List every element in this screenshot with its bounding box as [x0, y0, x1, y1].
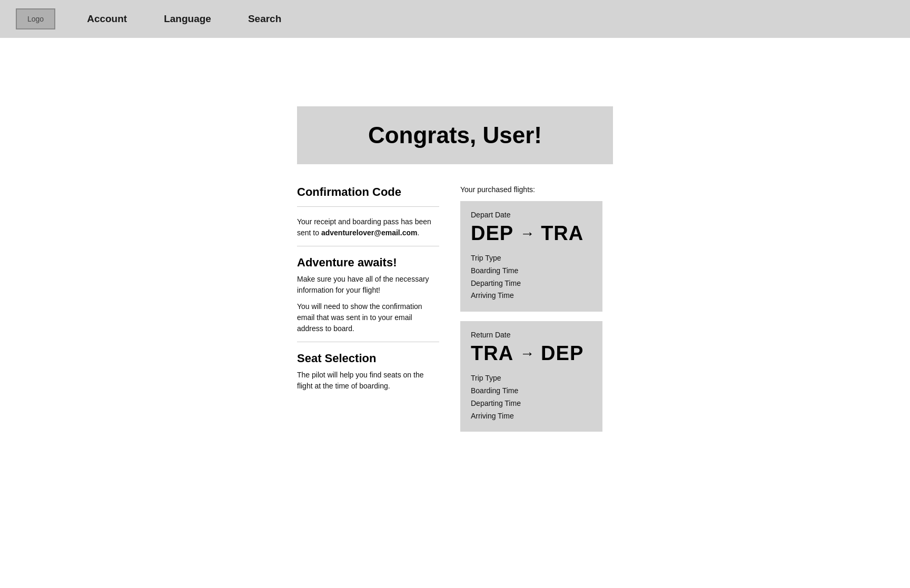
logo[interactable]: Logo [16, 8, 55, 29]
purchased-label: Your purchased flights: [460, 185, 602, 194]
depart-dep-code: DEP [471, 222, 513, 245]
depart-arr-code: TRA [541, 222, 583, 245]
return-flight-card: Return Date TRA → DEP Trip Type Boarding… [460, 321, 602, 432]
depart-arrow-icon: → [520, 225, 535, 242]
seat-text: The pilot will help you find seats on th… [297, 370, 439, 392]
divider-3 [297, 342, 439, 342]
return-route: TRA → DEP [471, 342, 592, 365]
return-arrow-icon: → [520, 345, 535, 362]
main-card: Congrats, User! Confirmation Code Your r… [297, 106, 613, 441]
navbar: Logo Account Language Search [0, 0, 910, 38]
page-wrapper: Congrats, User! Confirmation Code Your r… [0, 38, 910, 588]
adventure-text-2: You will need to show the confirmation e… [297, 301, 439, 334]
seat-title: Seat Selection [297, 352, 439, 365]
depart-arriving-time: Arriving Time [471, 290, 592, 302]
depart-flight-card: Depart Date DEP → TRA Trip Type Boarding… [460, 201, 602, 312]
confirmation-title: Confirmation Code [297, 185, 439, 199]
nav-language[interactable]: Language [148, 8, 227, 30]
return-dep-code: TRA [471, 342, 513, 365]
depart-trip-type: Trip Type [471, 252, 592, 265]
depart-boarding-time: Boarding Time [471, 265, 592, 277]
depart-date-label: Depart Date [471, 211, 592, 219]
adventure-title: Adventure awaits! [297, 256, 439, 270]
adventure-text-1: Make sure you have all of the necessary … [297, 274, 439, 296]
left-column: Confirmation Code Your receipt and board… [297, 185, 439, 441]
divider-2 [297, 246, 439, 246]
receipt-email: adventurelover@email.com [321, 228, 418, 237]
depart-departing-time: Departing Time [471, 277, 592, 290]
return-arriving-time: Arriving Time [471, 410, 592, 423]
congrats-header: Congrats, User! [297, 106, 613, 164]
nav-account[interactable]: Account [71, 8, 143, 30]
return-trip-type: Trip Type [471, 372, 592, 385]
nav-search[interactable]: Search [232, 8, 297, 30]
return-arr-code: DEP [541, 342, 583, 365]
depart-route: DEP → TRA [471, 222, 592, 245]
divider-1 [297, 206, 439, 207]
return-date-label: Return Date [471, 331, 592, 339]
return-boarding-time: Boarding Time [471, 385, 592, 397]
return-flight-details: Trip Type Boarding Time Departing Time A… [471, 372, 592, 422]
receipt-text-after: . [417, 228, 419, 237]
return-departing-time: Departing Time [471, 397, 592, 410]
content-section: Confirmation Code Your receipt and board… [297, 185, 613, 441]
receipt-text: Your receipt and boarding pass has been … [297, 216, 439, 238]
congrats-title: Congrats, User! [308, 122, 602, 148]
right-column: Your purchased flights: Depart Date DEP … [460, 185, 602, 441]
depart-flight-details: Trip Type Boarding Time Departing Time A… [471, 252, 592, 302]
